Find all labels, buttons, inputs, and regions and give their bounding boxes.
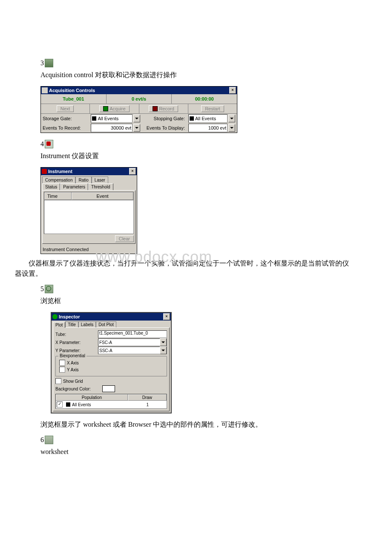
- tab-dot-plot[interactable]: Dot Plot: [96, 321, 116, 327]
- insp-body: Tube: t1.Specimen_001.Tube_0 X Parameter…: [53, 327, 170, 411]
- chevron-down-icon[interactable]: [160, 338, 167, 346]
- worksheet-toolbar-icon: [45, 436, 53, 444]
- acq-gate-row: Storage Gate: All Events Stopping Gate: …: [41, 114, 237, 123]
- storage-gate-color-icon: [92, 116, 96, 121]
- insp-title-text: Inspector: [59, 314, 80, 319]
- acq-events-row: Events To Record: 30000 evt Events To Di…: [41, 123, 237, 133]
- instr-title-text: Instrument: [48, 169, 72, 174]
- tab-threshold[interactable]: Threshold: [88, 183, 113, 190]
- tab-labels[interactable]: Labels: [78, 321, 96, 327]
- inspector-toolbar-icon: [45, 285, 53, 293]
- x-parameter-dropdown[interactable]: FSC-A: [98, 338, 167, 346]
- population-draw-value: 1: [130, 402, 166, 407]
- acq-event-rate: 0 evt/s: [107, 94, 172, 104]
- section-3-marker: 3: [40, 59, 352, 67]
- section-4-marker: 4: [40, 140, 352, 148]
- y-axis-checkbox[interactable]: [59, 367, 65, 373]
- tab-title[interactable]: Title: [65, 321, 78, 327]
- clear-button[interactable]: Clear: [115, 235, 134, 242]
- instrument-description: 仪器框显示了仪器连接状态，当打开一个实验，试管指向定位于一个试管时，这个框显示的…: [15, 258, 352, 279]
- restart-button[interactable]: Restart: [201, 105, 224, 112]
- population-color-icon: [66, 402, 70, 407]
- insp-titlebar[interactable]: Inspector ×: [52, 313, 171, 321]
- events-to-display-dropdown[interactable]: 1000 evt: [188, 124, 228, 132]
- num-3: 3: [40, 59, 44, 67]
- y-parameter-dropdown[interactable]: SSC-A: [98, 347, 167, 354]
- population-row-checkbox[interactable]: [57, 402, 63, 408]
- x-parameter-label: X Parameter:: [55, 340, 98, 345]
- section-5-marker: 5: [40, 285, 352, 293]
- inspector-window-icon: [52, 314, 58, 319]
- num-4: 4: [40, 140, 44, 148]
- instrument-toolbar-icon: [45, 140, 53, 148]
- col-event-header[interactable]: Event: [72, 192, 133, 200]
- tab-ratio[interactable]: Ratio: [75, 176, 91, 183]
- inspector-description: 浏览框显示了 worksheet 或者 Browser 中选中的部件的属性，可进…: [40, 419, 352, 430]
- draw-column-header[interactable]: Draw: [128, 394, 167, 401]
- stopping-gate-dropdown[interactable]: All Events: [188, 114, 228, 123]
- instr-tabs-front: Status Parameters Threshold: [41, 183, 137, 190]
- section-6-marker: 6: [40, 436, 352, 444]
- instr-titlebar[interactable]: Instrument ×: [41, 168, 137, 175]
- instr-tabs-back: Compensation Ratio Laser: [41, 175, 137, 183]
- instr-tab-body: Time Event Clear: [42, 190, 135, 244]
- chevron-down-icon[interactable]: [133, 124, 140, 132]
- background-color-label: Background Color:: [55, 387, 102, 391]
- storage-gate-label: Storage Gate:: [41, 116, 89, 121]
- table-row[interactable]: All Events 1: [57, 402, 166, 408]
- acquire-button[interactable]: Acquire: [99, 105, 129, 112]
- acq-titlebar[interactable]: Acquisition Controls ×: [41, 87, 237, 94]
- storage-gate-dropdown[interactable]: All Events: [91, 114, 133, 123]
- chevron-down-icon[interactable]: [160, 347, 167, 354]
- show-grid-label: Show Grid: [63, 379, 83, 384]
- chevron-down-icon[interactable]: [228, 124, 235, 132]
- population-table: Population Draw All Events 1: [55, 394, 167, 409]
- instr-message-list: [44, 200, 134, 234]
- instrument-connection-status: Instrument Connected: [41, 245, 137, 254]
- tab-parameters[interactable]: Parameters: [60, 183, 88, 190]
- section-5-text: 浏览框: [40, 296, 352, 306]
- close-icon[interactable]: ×: [229, 87, 236, 94]
- tab-laser[interactable]: Laser: [92, 176, 108, 183]
- close-icon[interactable]: ×: [163, 313, 170, 320]
- next-button[interactable]: Next: [57, 105, 74, 112]
- y-parameter-label: Y Parameter:: [55, 348, 98, 353]
- chevron-down-icon[interactable]: [228, 115, 235, 122]
- section-3-text: Acquisition control 对获取和记录数据进行操作: [40, 70, 352, 80]
- acquisition-controls-toolbar-icon: [45, 59, 53, 67]
- population-name: All Events: [72, 402, 91, 407]
- biexponential-legend: Biexponential: [58, 353, 86, 358]
- tab-compensation[interactable]: Compensation: [42, 176, 75, 183]
- biexponential-group: Biexponential X Axis Y Axis: [55, 356, 167, 376]
- events-to-record-label: Events To Record:: [41, 125, 89, 130]
- record-button[interactable]: Record: [149, 105, 178, 112]
- acq-tube-name: Tube_001: [41, 94, 107, 104]
- acquisition-controls-window: Acquisition Controls × Tube_001 0 evt/s …: [40, 86, 237, 133]
- population-column-header[interactable]: Population: [56, 394, 128, 401]
- y-axis-cb-label: Y Axis: [67, 367, 79, 372]
- insp-tabs: Plot Title Labels Dot Plot: [52, 321, 171, 327]
- background-color-swatch[interactable]: [102, 385, 115, 392]
- instr-column-headers: Time Event: [44, 192, 134, 200]
- close-icon[interactable]: ×: [129, 168, 136, 175]
- acquire-icon: [103, 106, 108, 111]
- acq-window-icon: [42, 87, 48, 93]
- acq-title-text: Acquisition Controls: [49, 88, 95, 93]
- tab-plot[interactable]: Plot: [53, 322, 65, 328]
- tab-status[interactable]: Status: [42, 183, 60, 190]
- events-to-record-dropdown[interactable]: 30000 evt: [91, 124, 133, 132]
- col-time-header[interactable]: Time: [44, 192, 72, 200]
- inspector-window: Inspector × Plot Title Labels Dot Plot T…: [51, 312, 172, 413]
- show-grid-checkbox[interactable]: [55, 378, 61, 384]
- stopping-gate-label: Stopping Gate:: [142, 116, 187, 121]
- acq-elapsed-time: 00:00:00: [172, 94, 237, 104]
- num-6: 6: [40, 436, 44, 444]
- x-axis-checkbox[interactable]: [59, 360, 65, 366]
- record-icon: [153, 106, 158, 111]
- tube-label: Tube:: [55, 332, 98, 337]
- chevron-down-icon[interactable]: [133, 115, 140, 122]
- acq-status-row: Tube_001 0 evt/s 00:00:00: [41, 94, 237, 104]
- x-axis-cb-label: X Axis: [67, 361, 79, 365]
- tube-field[interactable]: t1.Specimen_001.Tube_0: [98, 330, 167, 338]
- instrument-window: Instrument × Compensation Ratio Laser St…: [40, 167, 137, 254]
